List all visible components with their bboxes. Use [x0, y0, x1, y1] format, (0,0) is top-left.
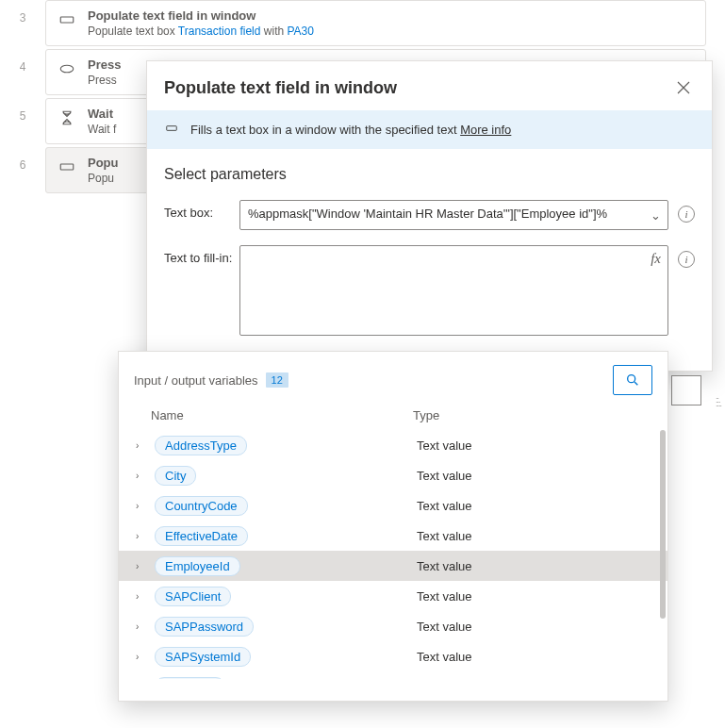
hourglass-icon: [56, 108, 78, 127]
variable-name: SAPPassword: [155, 617, 254, 637]
variable-row[interactable]: ›SAPClientText value: [119, 581, 667, 611]
step-number: 3: [0, 0, 45, 25]
textbox-icon: [56, 10, 78, 29]
search-button[interactable]: [613, 365, 652, 395]
close-icon: [677, 81, 690, 94]
variable-row[interactable]: ›SAPUserText value: [119, 671, 667, 679]
variables-panel: Input / output variables 12 Name Type ›A…: [118, 351, 668, 702]
fx-icon[interactable]: fx: [651, 251, 661, 267]
variable-name: SAPClient: [155, 587, 231, 606]
variable-type: Text value: [417, 650, 652, 664]
resize-grip-icon: .........: [716, 394, 721, 405]
svg-point-4: [628, 375, 635, 383]
vars-list[interactable]: ›AddressTypeText value›CityText value›Co…: [119, 430, 667, 679]
variable-row[interactable]: ›AddressTypeText value: [119, 430, 667, 460]
textbox-icon: [56, 157, 78, 176]
svg-point-1: [60, 65, 74, 73]
keyboard-icon: [56, 59, 78, 78]
variable-row[interactable]: ›EmployeeIdText value: [119, 551, 667, 581]
variable-name: SAPUser: [155, 677, 225, 680]
svg-rect-3: [167, 126, 177, 131]
vars-count-badge: 12: [266, 372, 288, 388]
variable-name: AddressType: [155, 436, 247, 455]
info-bar: Fills a text box in a window with the sp…: [147, 110, 712, 149]
chevron-right-icon: ›: [136, 440, 151, 451]
variable-type: Text value: [417, 620, 652, 634]
variable-name: SAPSystemId: [155, 647, 251, 667]
chevron-right-icon: ›: [136, 531, 151, 541]
step-title: Populate text field in window: [88, 8, 696, 23]
variable-type: Text value: [417, 589, 652, 604]
variable-type: Text value: [417, 499, 652, 513]
textbox-icon: [164, 122, 179, 138]
info-icon[interactable]: i: [678, 251, 695, 268]
step-number: 4: [0, 49, 45, 74]
variable-type: Text value: [417, 469, 652, 483]
variable-name: EmployeeId: [155, 556, 240, 576]
variable-row[interactable]: ›SAPPasswordText value: [119, 611, 667, 641]
variable-type: Text value: [417, 438, 652, 453]
variable-row[interactable]: ›SAPSystemIdText value: [119, 641, 667, 671]
close-button[interactable]: [672, 76, 695, 99]
variable-name: CountryCode: [155, 496, 248, 516]
variable-name: City: [155, 466, 196, 486]
textbox-label: Text box:: [164, 200, 239, 220]
variable-name: EffectiveDate: [155, 526, 248, 546]
scrollbar[interactable]: [658, 430, 667, 679]
info-icon[interactable]: i: [678, 206, 695, 223]
text-to-fill-input[interactable]: [239, 245, 668, 336]
variable-row[interactable]: ›CountryCodeText value: [119, 490, 667, 521]
action-modal: Populate text field in window Fills a te…: [146, 60, 713, 372]
chevron-right-icon: ›: [136, 471, 151, 481]
vars-column-headers: Name Type: [119, 395, 667, 430]
chevron-right-icon: ›: [136, 561, 151, 571]
params-heading: Select parameters: [164, 166, 695, 183]
variable-type: Text value: [417, 529, 652, 543]
side-button[interactable]: [671, 375, 701, 405]
chevron-right-icon: ›: [136, 652, 151, 662]
step-number: 6: [0, 147, 45, 172]
fillin-label: Text to fill-in:: [164, 245, 239, 265]
search-icon: [625, 372, 640, 388]
vars-panel-title: Input / output variables 12: [134, 372, 288, 388]
textbox-select[interactable]: %appmask["Window 'Maintain HR Master Dat…: [239, 200, 668, 230]
variable-row[interactable]: ›EffectiveDateText value: [119, 521, 667, 551]
svg-rect-0: [60, 17, 74, 23]
step-number: 5: [0, 98, 45, 123]
chevron-right-icon: ›: [136, 591, 151, 602]
variable-type: Text value: [417, 559, 652, 573]
chevron-right-icon: ›: [136, 621, 151, 632]
flow-step[interactable]: 3 Populate text field in window Populate…: [0, 0, 706, 49]
svg-rect-2: [60, 164, 74, 170]
modal-title: Populate text field in window: [164, 78, 397, 98]
chevron-right-icon: ›: [136, 501, 151, 511]
variable-row[interactable]: ›CityText value: [119, 460, 667, 490]
step-subtitle: Populate text box Transaction field with…: [88, 25, 696, 38]
more-info-link[interactable]: More info: [460, 123, 511, 137]
